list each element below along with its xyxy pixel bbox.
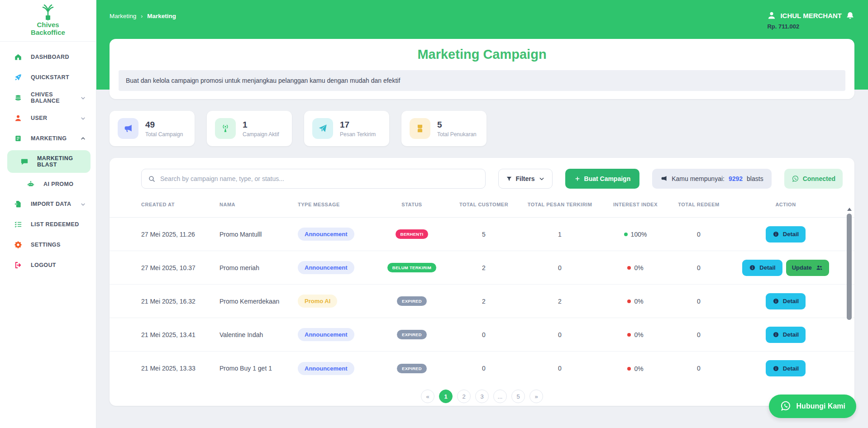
scrollbar-thumb[interactable]	[847, 214, 852, 320]
pagination-page-1[interactable]: 1	[439, 390, 453, 403]
sidebar-item-label: AI PROMO	[43, 181, 86, 187]
cell-total-customer: 2	[482, 298, 486, 305]
brand-line1: Chives	[0, 21, 96, 29]
cell-total-redeem: 0	[697, 231, 701, 238]
cell-nama: Promo Buy 1 get 1	[219, 365, 298, 372]
sidebar-item-marketing[interactable]: MARKETING	[0, 128, 96, 149]
pagination-ellipsis[interactable]: ...	[493, 390, 507, 403]
pagination-page-2[interactable]: 2	[457, 390, 471, 403]
app-root: Chives Backoffice DASHBOARD QUICKSTART C…	[0, 0, 868, 428]
detail-button[interactable]: Detail	[742, 260, 782, 276]
cell-total-redeem: 0	[697, 331, 701, 338]
interest-index: 100%	[624, 231, 647, 238]
sidebar-item-chives-balance[interactable]: CHIVES BALANCE	[0, 88, 96, 108]
chives-logo-icon	[39, 5, 57, 21]
stat-card-total-campaign: 49 Total Campaign	[110, 111, 195, 146]
type-badge: Announcement	[298, 328, 354, 341]
cell-created-at: 27 Mei 2025, 11.26	[141, 231, 219, 238]
create-campaign-button[interactable]: Buat Campaign	[565, 169, 640, 189]
cell-created-at: 21 Mei 2025, 16.32	[141, 298, 219, 305]
col-header: ACTION	[775, 202, 796, 207]
interest-dot-icon	[627, 367, 631, 371]
sidebar-item-dashboard[interactable]: DASHBOARD	[0, 47, 96, 67]
pagination-prev[interactable]: «	[421, 390, 434, 403]
chevron-down-icon	[80, 201, 86, 207]
chat-bubble-icon	[20, 157, 29, 166]
stat-value: 1	[243, 120, 279, 130]
sidebar-nav: DASHBOARD QUICKSTART CHIVES BALANCE USER	[0, 42, 96, 276]
whatsapp-icon	[792, 175, 799, 183]
sidebar-item-label: MARKETING BLAST	[37, 155, 84, 168]
pagination: « 1 2 3 ... 5 »	[110, 390, 854, 403]
blasts-prefix: Kamu mempunyai:	[672, 175, 725, 182]
sidebar-item-logout[interactable]: LOGOUT	[0, 255, 96, 276]
blasts-quota-badge: Kamu mempunyai: 9292 blasts	[652, 169, 771, 189]
create-campaign-label: Buat Campaign	[584, 175, 631, 182]
cell-created-at: 21 Mei 2025, 13.41	[141, 331, 219, 338]
logout-icon	[14, 261, 23, 270]
search-icon	[148, 175, 156, 183]
balance-amount: Rp. 711.002	[767, 23, 854, 30]
file-import-icon	[14, 200, 23, 209]
sidebar-item-label: USER	[31, 115, 80, 121]
sidebar-item-import-data[interactable]: IMPORT DATA	[0, 194, 96, 214]
sidebar-item-ai-promo[interactable]: AI PROMO	[0, 174, 96, 194]
stat-card-campaign-aktif: 1 Campaign Aktif	[207, 111, 292, 146]
cell-total-redeem: 0	[697, 264, 701, 271]
cell-total-redeem: 0	[697, 298, 701, 305]
rocket-icon	[14, 73, 23, 82]
user-block: ICHUL MERCHANT Rp. 711.002	[767, 11, 854, 30]
col-header: TOTAL CUSTOMER	[459, 202, 508, 207]
bell-icon[interactable]	[846, 11, 854, 20]
scrollbar-track[interactable]	[847, 213, 852, 395]
detail-button[interactable]: Detail	[766, 293, 806, 309]
pagination-page-5[interactable]: 5	[511, 390, 525, 403]
info-icon	[773, 298, 779, 304]
scroll-up-arrow-icon[interactable]	[847, 208, 852, 211]
pagination-next[interactable]: »	[529, 390, 543, 403]
table-scrollbar[interactable]	[846, 208, 852, 400]
sidebar-item-label: LOGOUT	[31, 262, 86, 268]
cell-total-customer: 2	[482, 264, 486, 271]
breadcrumb-separator-icon: ›	[141, 13, 143, 19]
chevron-down-icon	[80, 95, 86, 101]
stat-card-total-penukaran: 5 Total Penukaran	[401, 111, 486, 146]
sidebar-item-user[interactable]: USER	[0, 108, 96, 128]
detail-button[interactable]: Detail	[766, 360, 806, 376]
sidebar-item-marketing-blast[interactable]: MARKETING BLAST	[7, 150, 91, 173]
pagination-page-3[interactable]: 3	[475, 390, 489, 403]
table-row: 21 Mei 2025, 16.32 Promo Kemerdekaan Pro…	[110, 285, 854, 318]
filters-label: Filters	[516, 175, 535, 182]
col-header: CREATED AT	[141, 202, 219, 207]
update-button[interactable]: Update	[786, 260, 829, 276]
user-menu[interactable]: ICHUL MERCHANT	[767, 11, 854, 20]
status-badge: EXPIRED	[397, 296, 427, 306]
user-avatar-icon	[767, 11, 776, 20]
table-toolbar: Filters Buat Campaign Kamu mempunyai: 92…	[110, 169, 854, 189]
detail-button[interactable]: Detail	[766, 327, 806, 343]
interest-index: 0%	[627, 365, 643, 372]
type-badge: Announcement	[298, 362, 354, 375]
info-icon	[773, 365, 779, 372]
brand-logo: Chives Backoffice	[0, 0, 96, 42]
search-input[interactable]	[160, 175, 479, 182]
megaphone-icon	[660, 175, 668, 182]
breadcrumb-item[interactable]: Marketing	[110, 13, 136, 19]
sidebar-item-settings[interactable]: SETTINGS	[0, 235, 96, 255]
sidebar-item-list-redeemed[interactable]: LIST REDEEMED	[0, 214, 96, 235]
sidebar-item-quickstart[interactable]: QUICKSTART	[0, 67, 96, 88]
info-icon	[749, 264, 756, 271]
contact-us-button[interactable]: Hubungi Kami	[769, 395, 856, 418]
breadcrumb: Marketing › Marketing	[110, 11, 176, 19]
filters-button[interactable]: Filters	[498, 169, 553, 189]
info-icon	[773, 331, 779, 338]
sidebar-item-label: CHIVES BALANCE	[31, 91, 80, 104]
type-badge: Promo AI	[298, 295, 337, 308]
cell-total-pesan: 2	[558, 298, 562, 305]
detail-button[interactable]: Detail	[766, 226, 806, 243]
sidebar-item-label: SETTINGS	[31, 242, 86, 248]
topbar: Marketing › Marketing ICHUL MERCHANT Rp.…	[110, 0, 854, 29]
cell-total-redeem: 0	[697, 365, 701, 372]
table-row: 21 Mei 2025, 13.41 Valentine Indah Annou…	[110, 318, 854, 352]
gear-icon	[14, 240, 23, 249]
